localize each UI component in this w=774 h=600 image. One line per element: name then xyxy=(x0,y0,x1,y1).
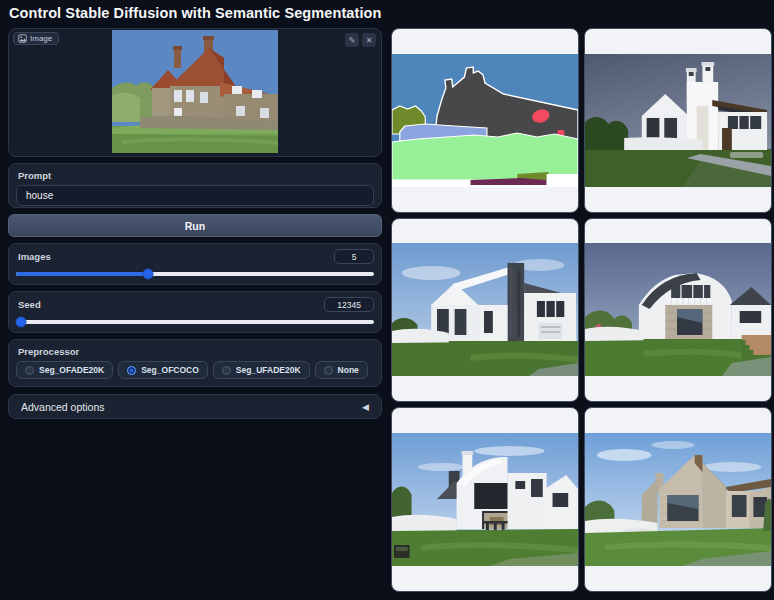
images-slider-track[interactable] xyxy=(16,272,374,276)
seed-slider-track[interactable] xyxy=(16,320,374,324)
seed-slider-label: Seed xyxy=(18,299,41,310)
prompt-input[interactable] xyxy=(16,185,374,206)
radio-seg-ofade20k[interactable]: Seg_OFADE20K xyxy=(16,361,113,379)
gallery-item-output-5[interactable] xyxy=(584,407,772,592)
radio-circle-icon xyxy=(222,366,231,375)
images-slider-block: Images 5 xyxy=(8,243,382,285)
preprocessor-label: Preprocessor xyxy=(18,346,374,357)
preprocessor-options: Seg_OFADE20K Seg_OFCOCO Seg_UFADE20K Non… xyxy=(16,361,374,379)
radio-circle-icon xyxy=(127,366,136,375)
clear-image-icon[interactable]: ✕ xyxy=(362,33,376,47)
collapse-arrow-icon: ◀ xyxy=(362,402,369,412)
seed-value-box[interactable]: 12345 xyxy=(324,297,374,312)
advanced-options-accordion[interactable]: Advanced options ◀ xyxy=(8,394,382,419)
page-title: Control Stable Diffusion with Semantic S… xyxy=(9,5,381,21)
preprocessor-block: Preprocessor Seg_OFADE20K Seg_OFCOCO Seg… xyxy=(8,339,382,387)
radio-circle-icon xyxy=(324,366,333,375)
generated-house-4-art xyxy=(392,433,578,566)
generated-house-5-art xyxy=(585,433,771,566)
uploaded-house-photo[interactable] xyxy=(112,30,278,153)
gallery-item-output-4[interactable] xyxy=(391,407,579,592)
images-slider-thumb[interactable] xyxy=(143,269,154,280)
image-input-block[interactable]: Image ✎ ✕ xyxy=(8,28,382,157)
generated-house-2-art xyxy=(392,243,578,376)
app-window: Control Stable Diffusion with Semantic S… xyxy=(0,0,774,600)
radio-circle-icon xyxy=(25,366,34,375)
prompt-label: Prompt xyxy=(18,170,374,181)
edit-image-icon[interactable]: ✎ xyxy=(345,33,359,47)
radio-none[interactable]: None xyxy=(315,361,368,379)
control-panel: Image ✎ ✕ xyxy=(8,28,382,419)
image-icon xyxy=(18,34,27,43)
output-gallery xyxy=(391,28,772,592)
image-toolbar: ✎ ✕ xyxy=(345,33,376,47)
gallery-item-output-3[interactable] xyxy=(584,218,772,403)
generated-house-1-art xyxy=(585,54,771,187)
images-value-box[interactable]: 5 xyxy=(334,249,374,264)
gallery-item-output-2[interactable] xyxy=(391,218,579,403)
radio-seg-ufade20k[interactable]: Seg_UFADE20K xyxy=(213,361,310,379)
generated-house-3-art xyxy=(585,243,771,376)
images-slider-label: Images xyxy=(18,251,51,262)
prompt-block: Prompt xyxy=(8,163,382,208)
seed-slider-thumb[interactable] xyxy=(16,317,27,328)
house-photo-art xyxy=(112,30,278,153)
advanced-options-label: Advanced options xyxy=(21,401,104,413)
segmentation-map-art xyxy=(392,54,578,187)
gallery-item-output-1[interactable] xyxy=(584,28,772,213)
run-button[interactable]: Run xyxy=(8,214,382,237)
gallery-item-segmentation[interactable] xyxy=(391,28,579,213)
seed-slider-block: Seed 12345 xyxy=(8,291,382,333)
image-input-label: Image xyxy=(13,32,59,45)
radio-seg-ofcoco[interactable]: Seg_OFCOCO xyxy=(118,361,208,379)
